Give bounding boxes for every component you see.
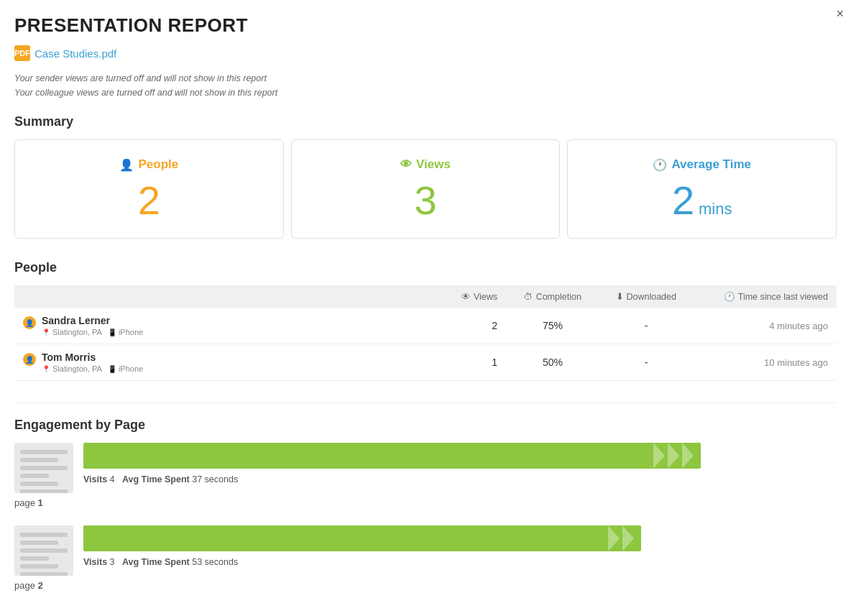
- engagement-bar-wrap: [83, 525, 837, 551]
- notice-line-2: Your colleague views are turned off and …: [14, 86, 837, 100]
- thumb-line: [20, 556, 49, 561]
- card-value-views: 3: [306, 180, 546, 221]
- file-name: Case Studies.pdf: [34, 47, 116, 60]
- table-row: 👤 Tom Morris 📍 Slatington, PA 📱 iPhone: [14, 344, 837, 381]
- engagement-page-item: Visits 3 Avg Time Spent 53 seconds page …: [14, 525, 837, 591]
- table-row: 👤 Sandra Lerner 📍 Slatington, PA 📱 iPhon…: [14, 308, 837, 344]
- page-bar-area: Visits 4 Avg Time Spent 37 seconds: [83, 443, 837, 484]
- card-label-people: 👤 People: [29, 157, 269, 172]
- page-number: 2: [38, 580, 43, 591]
- card-unit-avgtime: mins: [699, 200, 732, 219]
- thumb-line: [20, 541, 58, 545]
- visits-label: Visits: [83, 557, 107, 567]
- completion-icon: ⏱: [524, 292, 535, 302]
- bar-stats: Visits 4 Avg Time Spent 37 seconds: [83, 474, 837, 484]
- person-location: 📍 Slatington, PA: [42, 364, 102, 373]
- summary-title: Summary: [14, 114, 837, 129]
- person-views: 2: [434, 308, 506, 344]
- person-name-cell: 👤 Tom Morris 📍 Slatington, PA 📱 iPhone: [23, 351, 426, 373]
- phone-icon: 📱: [108, 365, 116, 373]
- person-device: 📱 iPhone: [108, 364, 143, 373]
- report-container: × PRESENTATION REPORT PDF Case Studies.p…: [0, 0, 851, 616]
- page-label: page 1: [14, 497, 837, 508]
- thumb-line: [20, 533, 68, 537]
- bar-arrow: [653, 443, 665, 469]
- notice-line-1: Your sender views are turned off and wil…: [14, 71, 837, 86]
- close-button[interactable]: ×: [836, 7, 844, 20]
- bar-arrow: [682, 443, 694, 469]
- person-meta: 📍 Slatington, PA 📱 iPhone: [42, 328, 143, 336]
- people-title: People: [14, 260, 837, 275]
- person-name[interactable]: Sandra Lerner: [42, 315, 143, 326]
- page-thumbnail: [14, 443, 73, 493]
- thumb-line: [20, 548, 68, 553]
- col-header-time: 🕐 Time since last viewed: [693, 285, 837, 308]
- thumb-line: [20, 564, 58, 569]
- card-value-people: 2: [29, 180, 269, 221]
- card-label-avgtime: 🕐 Average Time: [582, 157, 822, 172]
- page-label: page 2: [14, 580, 837, 591]
- person-avatar-icon: 👤: [23, 353, 36, 366]
- people-table: 👁 Views ⏱ Completion ⬇ Downloaded 🕐 Time…: [14, 285, 837, 381]
- download-icon: ⬇: [616, 292, 626, 302]
- person-views: 1: [434, 344, 506, 381]
- file-link[interactable]: PDF Case Studies.pdf: [14, 45, 116, 61]
- thumb-line: [20, 572, 68, 576]
- summary-card-views: 👁 Views 3: [291, 139, 561, 239]
- card-value-avgtime: 2: [672, 180, 694, 221]
- page-title: PRESENTATION REPORT: [14, 14, 837, 37]
- col-header-completion: ⏱ Completion: [506, 285, 599, 308]
- summary-card-avgtime: 🕐 Average Time 2 mins: [567, 139, 837, 239]
- notice-block: Your sender views are turned off and wil…: [14, 71, 837, 100]
- avg-time-label: Avg Time Spent: [122, 474, 190, 484]
- thumb-line: [20, 466, 68, 470]
- thumb-line: [20, 482, 58, 486]
- page-bar-area: Visits 3 Avg Time Spent 53 seconds: [83, 525, 837, 567]
- avg-time-label: Avg Time Spent: [122, 557, 190, 567]
- person-time-since: 4 minutes ago: [693, 308, 837, 344]
- engagement-section: Engagement by Page: [14, 418, 837, 591]
- person-info: Tom Morris 📍 Slatington, PA 📱 iPhone: [42, 351, 143, 373]
- bar-stats: Visits 3 Avg Time Spent 53 seconds: [83, 557, 837, 567]
- eye-icon: 👁: [400, 158, 412, 171]
- thumb-line: [20, 450, 68, 454]
- phone-icon: 📱: [108, 328, 116, 336]
- engagement-bar: [83, 443, 701, 469]
- bar-arrows: [653, 443, 694, 469]
- person-icon: 👤: [119, 158, 134, 172]
- bar-arrow: [622, 525, 634, 551]
- page-content: Visits 3 Avg Time Spent 53 seconds: [14, 525, 837, 576]
- location-icon: 📍: [42, 328, 50, 336]
- person-avatar-icon: 👤: [23, 316, 36, 329]
- thumb-line: [20, 489, 68, 493]
- bar-arrow: [668, 443, 679, 469]
- col-header-name: [14, 285, 434, 308]
- card-label-views: 👁 Views: [306, 157, 546, 172]
- file-icon: PDF: [14, 45, 30, 61]
- person-completion: 50%: [506, 344, 599, 381]
- page-content: Visits 4 Avg Time Spent 37 seconds: [14, 443, 837, 493]
- page-number: 1: [38, 497, 43, 508]
- col-header-views: 👁 Views: [434, 285, 506, 308]
- person-info: Sandra Lerner 📍 Slatington, PA 📱 iPhone: [42, 315, 143, 336]
- engagement-bar-wrap: [83, 443, 837, 469]
- summary-card-people: 👤 People 2: [14, 139, 284, 239]
- eye-icon-small: 👁: [461, 292, 473, 302]
- person-completion: 75%: [506, 308, 599, 344]
- summary-cards: 👤 People 2 👁 Views 3 🕐 Average Time 2 mi…: [14, 139, 837, 239]
- thumb-line: [20, 474, 49, 478]
- engagement-pages: Visits 4 Avg Time Spent 37 seconds page …: [14, 443, 837, 591]
- table-header-row: 👁 Views ⏱ Completion ⬇ Downloaded 🕐 Time…: [14, 285, 837, 308]
- person-location: 📍 Slatington, PA: [42, 328, 102, 336]
- location-icon: 📍: [42, 365, 50, 373]
- clock-icon-small: 🕐: [724, 292, 737, 302]
- thumb-line: [20, 458, 58, 462]
- col-header-downloaded: ⬇ Downloaded: [599, 285, 693, 308]
- card-value-avgtime-row: 2 mins: [582, 180, 822, 221]
- person-name[interactable]: Tom Morris: [42, 351, 143, 363]
- person-device: 📱 iPhone: [108, 328, 143, 336]
- engagement-title: Engagement by Page: [14, 418, 837, 433]
- clock-icon: 🕐: [653, 158, 667, 172]
- visits-label: Visits: [83, 474, 107, 484]
- bar-arrows: [608, 525, 634, 551]
